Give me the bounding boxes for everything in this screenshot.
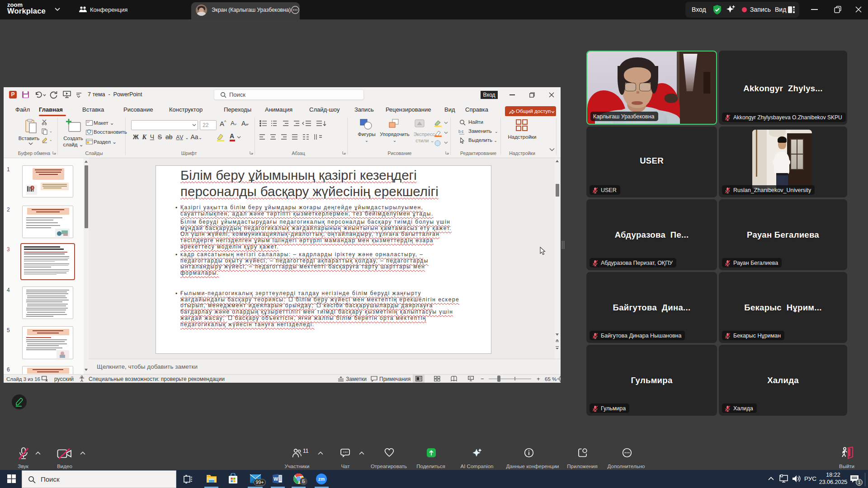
svg-text:b: b — [458, 129, 461, 134]
svg-text:W: W — [274, 476, 278, 482]
svg-text:c: c — [462, 129, 464, 134]
